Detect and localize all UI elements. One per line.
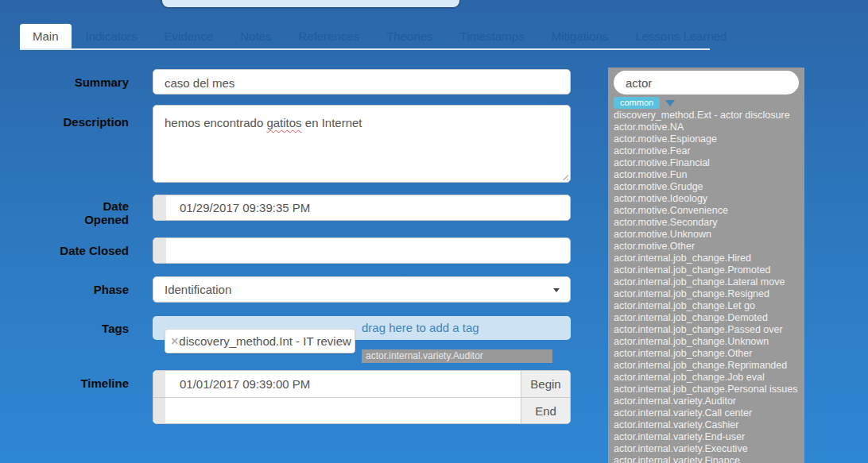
- timeline-group: Begin End: [153, 370, 571, 424]
- tag-option[interactable]: actor.internal.job_change.Hired: [614, 253, 803, 264]
- tag-option[interactable]: actor.internal.job_change.Promoted: [614, 264, 803, 276]
- summary-field-wrap: [153, 69, 571, 95]
- date-closed-addon: [153, 238, 166, 263]
- tag-option[interactable]: actor.internal.job_change.Demoted: [614, 312, 803, 324]
- tag-option[interactable]: actor.motive.Grudge: [614, 181, 803, 193]
- tag-option[interactable]: actor.internal.job_change.Resigned: [614, 288, 803, 300]
- description-label: Description: [16, 115, 129, 129]
- tag-chip[interactable]: × discovery_method.Int - IT review: [165, 329, 355, 353]
- summary-input[interactable]: [153, 70, 570, 95]
- tag-options-list: discovery_method.Ext - actor disclosurea…: [614, 110, 803, 463]
- tag-option[interactable]: discovery_method.Ext - actor disclosure: [614, 110, 803, 122]
- tab-timestamps[interactable]: Timestamps: [448, 24, 537, 49]
- phase-selected-value: Identification: [165, 283, 231, 296]
- description-text-part: hemos encontrado: [165, 116, 266, 129]
- tab-indicators[interactable]: Indicators: [73, 24, 150, 49]
- date-closed-group: [153, 237, 571, 264]
- tab-evidence[interactable]: Evidence: [152, 24, 227, 49]
- tag-option[interactable]: actor.motive.Fun: [614, 169, 803, 181]
- tag-option[interactable]: actor.internal.job_change.Passed over: [614, 324, 803, 336]
- tag-search-input[interactable]: [614, 71, 799, 95]
- tab-references[interactable]: References: [285, 24, 372, 49]
- timeline-end-addon: [153, 398, 165, 423]
- description-textarea[interactable]: hemos encontrado gatitos en Internet: [153, 105, 571, 183]
- tag-option[interactable]: actor.internal.variety.Auditor: [614, 395, 803, 407]
- tag-option[interactable]: actor.internal.variety.Executive: [614, 443, 803, 455]
- tab-bar: Main Indicators Evidence Notes Reference…: [20, 24, 741, 49]
- tab-notes[interactable]: Notes: [227, 24, 284, 49]
- tab-lessons-learned[interactable]: Lessons Learned: [622, 24, 739, 49]
- remove-tag-icon[interactable]: ×: [171, 334, 178, 349]
- chevron-down-icon: [553, 288, 560, 292]
- filter-dropdown-caret-icon[interactable]: [665, 100, 675, 106]
- tag-option[interactable]: actor.internal.job_change.Let go: [614, 300, 803, 312]
- timeline-begin-tag: Begin: [521, 371, 570, 397]
- tabbar-underline: [20, 48, 710, 50]
- tags-drop-area[interactable]: drag here to add a tag × discovery_metho…: [153, 316, 571, 340]
- date-opened-label: Date Opened: [73, 199, 129, 226]
- phase-label: Phase: [16, 283, 129, 296]
- common-filter-chip[interactable]: common: [614, 97, 660, 109]
- description-misspelled-word: gatitos: [266, 116, 301, 129]
- tag-option[interactable]: actor.internal.job_change.Reprimanded: [614, 360, 803, 372]
- textarea-resize-handle-icon[interactable]: [560, 172, 568, 180]
- tab-theories[interactable]: Theories: [374, 24, 445, 49]
- timeline-end-row: End: [153, 397, 570, 423]
- timeline-end-input[interactable]: [165, 398, 521, 423]
- timeline-begin-addon: [153, 371, 165, 397]
- summary-label: Summary: [16, 75, 129, 89]
- tag-option[interactable]: actor.internal.job_change.Lateral move: [614, 276, 803, 288]
- tag-option[interactable]: actor.internal.variety.Call center: [614, 407, 803, 419]
- tag-option[interactable]: actor.motive.Ideology: [614, 193, 803, 205]
- tag-option[interactable]: actor.internal.variety.Finance: [614, 455, 803, 463]
- tag-option[interactable]: actor.internal.job_change.Unknown: [614, 336, 803, 348]
- tag-chip-label: discovery_method.Int - IT review: [179, 334, 351, 348]
- date-closed-label: Date Closed: [16, 244, 129, 257]
- incident-form-page: Main Indicators Evidence Notes Reference…: [0, 0, 868, 463]
- tag-option[interactable]: actor.motive.Other: [614, 241, 803, 253]
- tags-drop-hint: drag here to add a tag: [362, 321, 479, 334]
- timeline-begin-row: Begin: [153, 371, 570, 397]
- date-closed-input[interactable]: [166, 238, 570, 263]
- tag-picker-panel: common discovery_method.Ext - actor disc…: [608, 68, 804, 463]
- tag-option[interactable]: actor.motive.Unknown: [614, 229, 803, 241]
- timeline-begin-input[interactable]: [165, 371, 521, 397]
- tag-option[interactable]: actor.motive.NA: [614, 122, 803, 133]
- tag-option[interactable]: actor.internal.variety.End-user: [614, 431, 803, 443]
- tag-option[interactable]: actor.motive.Financial: [614, 157, 803, 169]
- top-partial-input[interactable]: [161, 0, 461, 9]
- tab-main[interactable]: Main: [20, 24, 72, 49]
- tag-option[interactable]: actor.motive.Secondary: [614, 217, 803, 229]
- tag-option[interactable]: actor.motive.Convenience: [614, 205, 803, 217]
- tag-option[interactable]: actor.internal.job_change.Other: [614, 348, 803, 360]
- timeline-label: Timeline: [16, 376, 129, 390]
- timeline-end-tag: End: [521, 398, 570, 423]
- tag-option[interactable]: actor.internal.job_change.Personal issue…: [614, 384, 803, 395]
- description-text-part: en Internet: [302, 116, 362, 129]
- phase-select[interactable]: Identification: [153, 276, 571, 303]
- tab-mitigations[interactable]: Mitigations: [539, 24, 622, 49]
- drag-helper-tag[interactable]: actor.internal.variety.Auditor: [362, 349, 552, 363]
- tag-option[interactable]: actor.internal.variety.Cashier: [614, 419, 803, 431]
- tag-option[interactable]: actor.motive.Espionage: [614, 133, 803, 145]
- tags-label: Tags: [16, 322, 129, 335]
- date-opened-addon: [153, 195, 166, 220]
- tag-option[interactable]: actor.internal.job_change.Job eval: [614, 372, 803, 384]
- date-opened-input[interactable]: [166, 195, 570, 220]
- tag-option[interactable]: actor.motive.Fear: [614, 145, 803, 157]
- date-opened-group: [153, 195, 571, 221]
